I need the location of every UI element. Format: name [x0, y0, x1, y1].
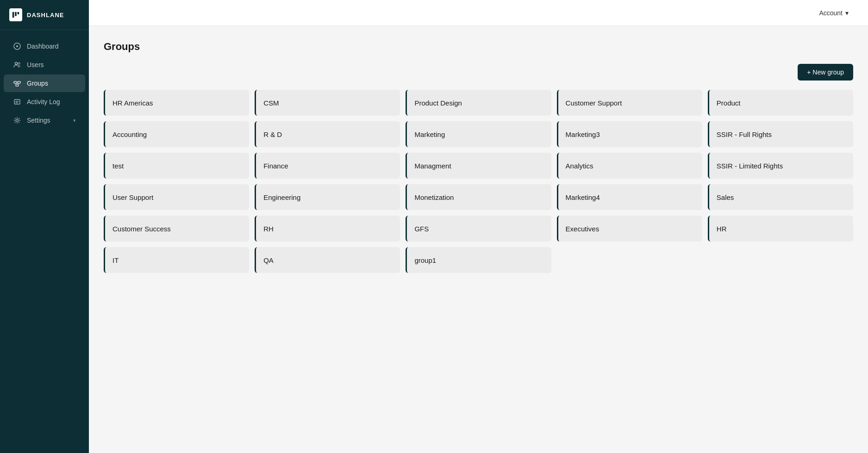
group-card[interactable]: HR [708, 216, 853, 242]
group-card[interactable]: SSIR - Limited Rights [708, 153, 853, 179]
new-group-button[interactable]: + New group [798, 64, 853, 81]
group-card[interactable]: Analytics [557, 153, 702, 179]
account-button[interactable]: Account ▾ [814, 6, 853, 19]
group-card[interactable]: Marketing [406, 121, 551, 147]
sidebar-navigation: Dashboard Users Groups [0, 30, 89, 137]
svg-rect-8 [18, 81, 20, 83]
svg-point-4 [16, 45, 18, 47]
main-content: Account ▾ Groups + New group HR Americas… [89, 0, 868, 453]
group-card[interactable]: Accounting [104, 121, 249, 147]
group-card[interactable]: User Support [104, 184, 249, 210]
svg-rect-9 [16, 84, 19, 86]
sidebar-item-dashboard-label: Dashboard [27, 43, 59, 50]
groups-grid: HR AmericasCSMProduct DesignCustomer Sup… [104, 90, 853, 273]
svg-point-5 [15, 62, 18, 65]
sidebar-item-users[interactable]: Users [4, 56, 85, 74]
group-card[interactable]: Managment [406, 153, 551, 179]
group-card[interactable]: Sales [708, 184, 853, 210]
toolbar: + New group [104, 64, 853, 81]
group-card[interactable]: Marketing3 [557, 121, 702, 147]
group-card[interactable]: Customer Success [104, 216, 249, 242]
group-card[interactable]: CSM [255, 90, 400, 116]
account-chevron: ▾ [845, 9, 849, 17]
sidebar: DASHLANE Dashboard Users [0, 0, 89, 453]
svg-rect-1 [15, 12, 17, 16]
svg-rect-0 [12, 12, 14, 18]
groups-icon [13, 79, 21, 87]
account-label: Account [819, 9, 843, 17]
svg-rect-7 [14, 81, 17, 83]
svg-point-6 [18, 62, 20, 64]
group-card[interactable]: group1 [406, 247, 551, 273]
sidebar-logo: DASHLANE [0, 0, 89, 30]
page-title: Groups [104, 41, 853, 53]
group-card[interactable]: R & D [255, 121, 400, 147]
users-icon [13, 61, 21, 69]
sidebar-item-groups-label: Groups [27, 80, 48, 87]
dashlane-logo-icon [9, 8, 22, 21]
chevron-down-icon: ▾ [73, 118, 76, 124]
group-card[interactable]: IT [104, 247, 249, 273]
group-card[interactable]: test [104, 153, 249, 179]
svg-point-13 [16, 119, 19, 122]
sidebar-item-groups[interactable]: Groups [4, 74, 85, 92]
activity-icon [13, 98, 21, 106]
svg-rect-10 [14, 99, 20, 104]
sidebar-item-users-label: Users [27, 61, 44, 68]
group-card[interactable]: Marketing4 [557, 184, 702, 210]
group-card[interactable]: Engineering [255, 184, 400, 210]
group-card[interactable]: Monetization [406, 184, 551, 210]
group-card[interactable]: SSIR - Full Rights [708, 121, 853, 147]
group-card[interactable]: GFS [406, 216, 551, 242]
sidebar-item-activity-label: Activity Log [27, 98, 60, 105]
sidebar-item-settings[interactable]: Settings ▾ [4, 112, 85, 129]
topbar: Account ▾ [89, 0, 868, 26]
group-card[interactable]: Product [708, 90, 853, 116]
sidebar-item-dashboard[interactable]: Dashboard [4, 37, 85, 55]
page-content: Groups + New group HR AmericasCSMProduct… [89, 26, 868, 453]
svg-rect-2 [18, 12, 19, 14]
sidebar-item-settings-label: Settings [27, 117, 50, 124]
sidebar-item-activity-log[interactable]: Activity Log [4, 93, 85, 111]
group-card[interactable]: Product Design [406, 90, 551, 116]
group-card[interactable]: QA [255, 247, 400, 273]
group-card[interactable]: Executives [557, 216, 702, 242]
group-card[interactable]: RH [255, 216, 400, 242]
group-card[interactable]: Customer Support [557, 90, 702, 116]
sidebar-logo-text: DASHLANE [27, 12, 64, 19]
group-card[interactable]: HR Americas [104, 90, 249, 116]
settings-icon [13, 116, 21, 124]
dashboard-icon [13, 42, 21, 50]
group-card[interactable]: Finance [255, 153, 400, 179]
